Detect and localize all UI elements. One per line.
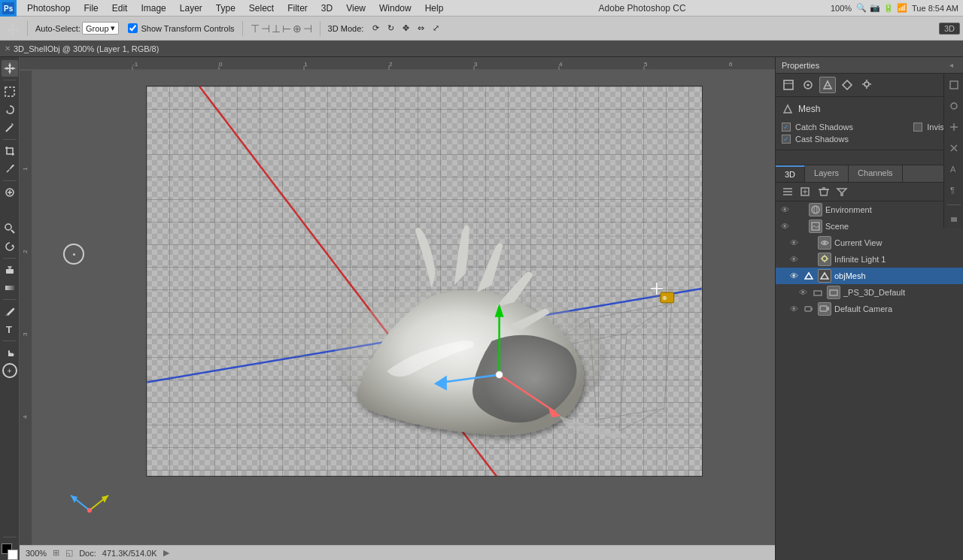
tool-select-rect[interactable] <box>2 83 18 100</box>
properties-light-icon[interactable] <box>858 77 875 93</box>
tool-spot-heal[interactable] <box>2 184 18 201</box>
right-tool-4[interactable] <box>946 140 962 156</box>
document-tab: ✕ 3D_ShellObj @ 300% (Layer 1, RGB/8) <box>0 41 963 57</box>
eye-default-camera[interactable]: 👁 <box>788 303 800 315</box>
tool-eyedropper[interactable] <box>2 161 18 177</box>
transform-checkbox[interactable] <box>128 23 138 33</box>
cast-shadows-checkbox[interactable] <box>782 135 791 144</box>
tool-magic-wand[interactable] <box>2 120 18 136</box>
tool-gradient[interactable] <box>2 280 18 296</box>
auto-select-label: Auto-Select: Group ▾ <box>32 20 122 36</box>
photoshop-canvas[interactable]: ⊕ <box>146 86 703 477</box>
properties-settings-icon[interactable] <box>780 77 797 93</box>
tab-channels[interactable]: Channels <box>849 165 902 182</box>
layer-infinite-light[interactable]: 👁 Infinite Light 1 <box>776 251 963 268</box>
right-tool-3[interactable] <box>946 119 962 135</box>
layer-objmesh[interactable]: 👁 objMesh <box>776 268 963 284</box>
menu-window[interactable]: Window <box>373 2 418 15</box>
tab-3d[interactable]: 3D <box>776 165 805 182</box>
tool-hand[interactable] <box>2 344 18 361</box>
layer-ps3d-default[interactable]: 👁 _PS_3D_Default <box>776 284 963 301</box>
dropdown-arrow: ▾ <box>111 23 115 33</box>
right-tool-1[interactable] <box>946 77 962 93</box>
layers-list-icon[interactable] <box>780 185 795 198</box>
layer-scene[interactable]: 👁 Scene <box>776 218 963 235</box>
properties-filter-icon[interactable] <box>800 77 816 93</box>
tool-clone[interactable] <box>2 220 18 237</box>
layers-toolbar <box>776 183 963 201</box>
canvas-wrapper[interactable]: ⊕ <box>33 71 775 542</box>
3d-rotate-icon[interactable]: ⟳ <box>369 22 382 35</box>
tool-text[interactable]: T <box>2 321 18 338</box>
menu-view[interactable]: View <box>340 2 372 15</box>
3d-scale-icon[interactable]: ⤢ <box>430 22 442 35</box>
svg-text:Ps: Ps <box>4 5 14 13</box>
menu-select[interactable]: Select <box>243 2 280 15</box>
align-hcenter-icon[interactable]: ⊕ <box>293 23 302 35</box>
layers-delete-icon[interactable] <box>816 185 831 198</box>
right-tool-7[interactable] <box>946 211 962 228</box>
layers-filter-icon[interactable] <box>834 185 849 198</box>
3d-roll-icon[interactable]: ↻ <box>384 22 397 35</box>
tool-history-brush[interactable] <box>2 238 18 255</box>
layer-default-camera[interactable]: 👁 Default Camera <box>776 301 963 317</box>
thumb-environment <box>809 203 822 216</box>
eye-objmesh[interactable]: 👁 <box>788 270 800 282</box>
menu-image[interactable]: Image <box>135 2 172 15</box>
menu-help[interactable]: Help <box>419 2 450 15</box>
svg-text:1: 1 <box>304 61 308 68</box>
align-top-icon[interactable]: ⊤ <box>251 23 260 35</box>
arrow-right-icon[interactable]: ▶ <box>163 548 169 558</box>
properties-panel: Properties ◂ <box>776 57 963 150</box>
tool-crop[interactable] <box>2 143 18 159</box>
eye-scene[interactable]: 👁 <box>779 220 791 232</box>
show-transform-controls[interactable]: Show Transform Controls <box>125 22 238 35</box>
layer-current-view[interactable]: 👁 Current View <box>776 235 963 251</box>
eye-ps3d-default[interactable]: 👁 <box>797 286 809 298</box>
catch-shadows-checkbox[interactable] <box>782 123 791 132</box>
document-tab-name[interactable]: 3D_ShellObj @ 300% (Layer 1, RGB/8) <box>14 44 159 53</box>
menu-layer[interactable]: Layer <box>174 2 208 15</box>
auto-select-dropdown[interactable]: Group ▾ <box>82 22 119 35</box>
layers-new-icon[interactable] <box>798 185 813 198</box>
tab-close-button[interactable]: ✕ <box>5 44 11 53</box>
properties-collapse-btn[interactable]: ◂ <box>945 59 957 71</box>
properties-mesh-icon[interactable] <box>819 77 836 93</box>
right-tool-6[interactable]: ¶ <box>946 182 962 198</box>
background-color[interactable] <box>8 549 18 560</box>
invisible-checkbox[interactable] <box>913 123 922 132</box>
tool-zoom[interactable]: + <box>2 362 18 379</box>
eye-environment[interactable]: 👁 <box>779 204 791 216</box>
svg-line-60 <box>597 408 664 419</box>
align-bottom-icon[interactable]: ⊥ <box>272 23 281 35</box>
tool-pen[interactable] <box>2 303 18 319</box>
3d-slide-icon[interactable]: ⇔ <box>415 22 427 35</box>
menu-3d[interactable]: 3D <box>315 2 339 15</box>
color-swatches[interactable] <box>2 543 18 560</box>
tab-layers[interactable]: Layers <box>805 165 849 182</box>
right-tool-5[interactable]: A <box>946 161 962 177</box>
thumb-ps3d-default <box>827 286 840 299</box>
tool-lasso[interactable] <box>2 101 18 118</box>
tool-brush[interactable] <box>2 202 18 219</box>
catch-shadows-row: Catch Shadows Invisible <box>782 121 957 133</box>
thumb-objmesh <box>818 269 831 283</box>
eye-infinite-light[interactable]: 👁 <box>788 253 800 265</box>
tool-eraser[interactable] <box>2 262 18 278</box>
align-vcenter-icon[interactable]: ⊣ <box>261 23 270 35</box>
eye-current-view[interactable]: 👁 <box>788 237 800 249</box>
tool-move[interactable] <box>2 60 18 77</box>
layer-environment[interactable]: 👁 Environment <box>776 201 963 218</box>
align-right-icon[interactable]: ⊣ <box>303 23 312 35</box>
align-left-icon[interactable]: ⊢ <box>282 23 291 35</box>
svg-text:5: 5 <box>644 61 648 68</box>
3d-pan-icon[interactable]: ✥ <box>399 22 412 35</box>
menu-photoshop[interactable]: Photoshop <box>21 2 76 15</box>
properties-material-icon[interactable] <box>839 77 855 93</box>
menu-edit[interactable]: Edit <box>106 2 134 15</box>
vis-icon-objmesh <box>803 270 815 282</box>
menu-filter[interactable]: Filter <box>281 2 314 15</box>
menu-type[interactable]: Type <box>210 2 242 15</box>
menu-file[interactable]: File <box>77 2 104 15</box>
right-tool-2[interactable] <box>946 98 962 114</box>
